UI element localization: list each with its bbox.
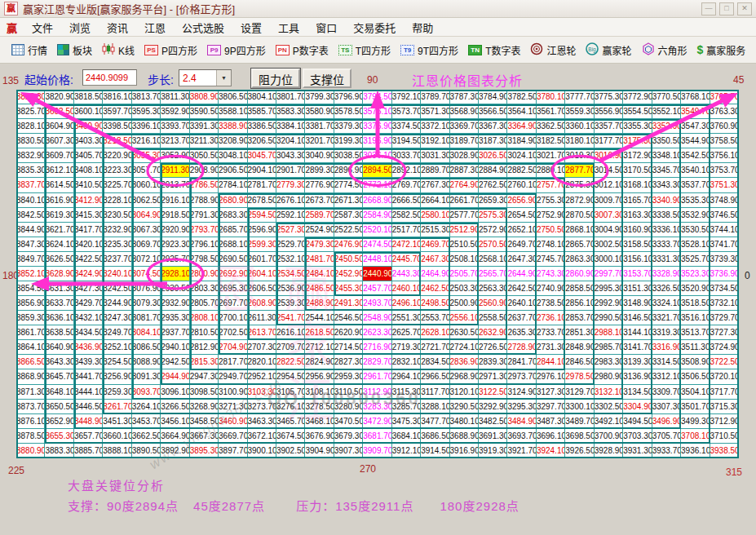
gann-cell: 3691.30: [479, 429, 507, 444]
gann-cell: 2556.10: [450, 311, 479, 325]
gann-cell: 3600.10: [74, 104, 103, 119]
menu-item-1[interactable]: 浏览: [61, 18, 99, 37]
gann-cell: 2464.90: [421, 267, 449, 281]
gann-cell: 3151.30: [623, 281, 652, 296]
gann-cell: 2606.50: [248, 281, 276, 296]
gann-cell: 3530.50: [681, 223, 710, 237]
menu-item-7[interactable]: 窗口: [307, 18, 345, 37]
menu-item-6[interactable]: 工具: [270, 18, 307, 37]
chevron-down-icon[interactable]: ▼: [216, 70, 231, 86]
gann-cell: 3024.10: [507, 148, 536, 163]
toolbar-item-8[interactable]: TNT数字表: [463, 43, 525, 57]
gann-cell: 3847.30: [16, 237, 45, 252]
menu-item-8[interactable]: 交易委托: [345, 18, 404, 37]
gann-cell: 3859.30: [16, 311, 45, 325]
gann-cell: 2536.90: [276, 281, 305, 296]
hexagon-icon: [642, 42, 655, 58]
gann-cell: 3640.90: [45, 340, 73, 355]
gann-cell: 3199.30: [334, 134, 363, 148]
gann-cell: 3072.10: [132, 252, 161, 267]
gann-cell: 3276.10: [276, 400, 305, 414]
toolbar-item-0[interactable]: 行情: [7, 43, 52, 57]
minimize-button[interactable]: —: [701, 2, 716, 15]
gann-cell: 3093.70: [132, 385, 161, 400]
toolbar-item-10[interactable]: Big赢家轮: [581, 42, 636, 58]
pn-badge-icon: PN: [276, 45, 290, 55]
gann-cell: 2738.50: [537, 296, 565, 311]
gann-cell: 3297.70: [537, 400, 565, 414]
menu-item-4[interactable]: 公式选股: [174, 18, 232, 37]
toolbar-item-5[interactable]: PNP数字表: [271, 43, 334, 57]
toolbar-item-9[interactable]: 江恩轮: [525, 42, 581, 58]
menu-item-2[interactable]: 资讯: [99, 18, 136, 37]
toolbar-item-12[interactable]: $赢家服务: [692, 43, 751, 57]
gann-cell: 3856.90: [16, 296, 45, 311]
gann-cell: 3655.30: [45, 429, 73, 444]
menu-item-9[interactable]: 帮助: [404, 18, 441, 37]
gann-cell: 3434.50: [74, 325, 103, 340]
gann-cell: 3098.50: [190, 385, 219, 400]
gann-cell: 3333.70: [652, 237, 681, 252]
gann-cell: 3669.70: [219, 429, 247, 444]
gann-cell: 3542.50: [681, 148, 710, 163]
gann-cell: 3708.10: [681, 429, 710, 444]
support-button[interactable]: 支撑位: [303, 69, 351, 88]
gann-cell: 2716.90: [363, 340, 391, 355]
menu-item-0[interactable]: 文件: [24, 18, 61, 37]
gann-cell: 2992.90: [595, 296, 623, 311]
gann-cell: 2851.30: [565, 325, 594, 340]
toolbar-item-7[interactable]: T99T四方形: [396, 43, 463, 57]
gann-cell: 3340.90: [652, 193, 681, 208]
toolbar-item-2[interactable]: K线: [97, 43, 139, 57]
start-price-input[interactable]: [82, 69, 137, 86]
toolbar-item-1[interactable]: 板块: [52, 43, 97, 57]
gann-cell: 2587.30: [334, 208, 363, 223]
gann-cell: 3146.50: [623, 311, 652, 325]
gann-cell: 3885.70: [74, 444, 103, 458]
gann-cell: 2832.10: [392, 355, 421, 369]
gann-cell: 3184.90: [507, 134, 536, 148]
gann-cell: 3196.90: [363, 134, 391, 148]
gann-cell: 3765.70: [710, 90, 739, 104]
gann-cell: 3883.30: [45, 444, 73, 458]
menu-item-5[interactable]: 设置: [232, 18, 270, 37]
candlestick-icon: [102, 43, 115, 57]
gann-cell: 3228.10: [103, 193, 131, 208]
gann-cell: 2527.30: [276, 223, 305, 237]
gann-cell: 3681.70: [363, 429, 391, 444]
gann-cell: 3604.90: [45, 119, 73, 134]
close-button[interactable]: ✕: [737, 2, 752, 15]
gann-cell: 2445.70: [392, 252, 421, 267]
gann-cell: 2575.30: [479, 208, 507, 223]
gann-cell: 2712.10: [305, 340, 334, 355]
gann-cell: 3218.50: [103, 134, 131, 148]
toolbar-item-6[interactable]: TST四方形: [334, 43, 396, 57]
step-combobox[interactable]: 2.4 ▼: [179, 69, 232, 86]
resistance-button[interactable]: 阻力位: [251, 69, 300, 88]
gann-cell: 2728.90: [507, 340, 536, 355]
gann-cell: 3547.30: [681, 119, 710, 134]
gann-cell: 3432.10: [74, 311, 103, 325]
gann-cell: 2467.30: [421, 252, 449, 267]
toolbar-item-11[interactable]: 六角形: [637, 42, 692, 58]
gann-cell: 2767.30: [421, 178, 449, 192]
maximize-button[interactable]: □: [719, 2, 734, 15]
gann-cell: 3175.30: [623, 134, 652, 148]
gann-cell: 3780.10: [537, 90, 565, 104]
toolbar-item-4[interactable]: P99P四方形: [202, 43, 271, 57]
gann-cell: 3763.30: [710, 104, 739, 119]
gann-cell: 3933.70: [652, 444, 681, 458]
gann-cell: 3532.90: [681, 208, 710, 223]
gann-cell: 3216.10: [132, 134, 161, 148]
gann-cell: 2661.70: [450, 193, 479, 208]
menu-item-3[interactable]: 江恩: [136, 18, 174, 37]
gann-cell: 3331.30: [652, 252, 681, 267]
gann-cell: 2947.30: [190, 369, 219, 384]
toolbar-item-3[interactable]: PSP四方形: [139, 43, 202, 57]
gann-cell: 2916.10: [161, 193, 189, 208]
toolbar-item-label: P数字表: [293, 43, 329, 57]
gann-cell: 3782.50: [507, 90, 536, 104]
angle-label-90: 90: [367, 74, 378, 86]
gann-cell: 3405.70: [74, 148, 103, 163]
menu-logo-icon: 赢: [7, 20, 17, 35]
